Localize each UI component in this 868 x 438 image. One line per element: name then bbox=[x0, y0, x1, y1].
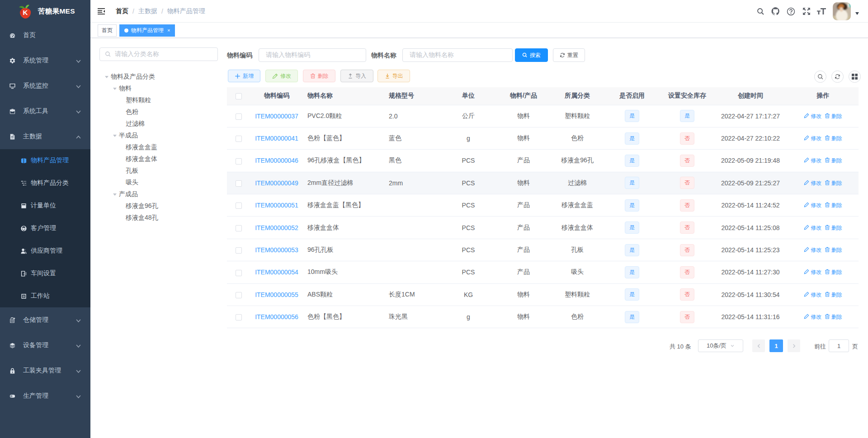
svg-text:K: K bbox=[23, 9, 28, 16]
